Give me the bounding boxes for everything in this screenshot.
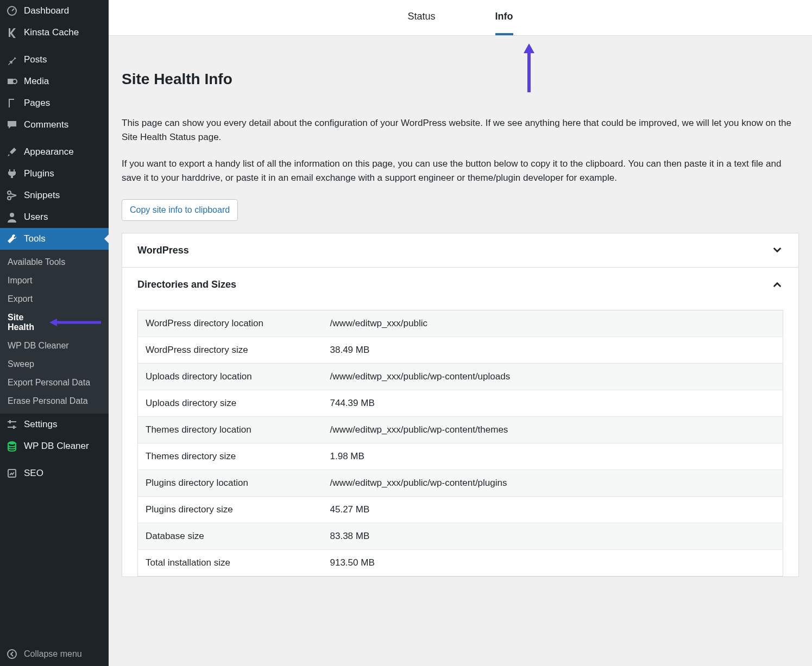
table-cell-label: WordPress directory size [138,337,323,364]
annotation-arrow-icon [523,43,536,92]
main-content: Status Info Site Health Info This page c… [109,0,812,666]
site-health-tabs: Status Info [109,0,812,36]
table-row: Plugins directory size45.27 MB [138,497,783,523]
table-cell-label: Themes directory location [138,417,323,443]
sidebar-item-tools[interactable]: Tools [0,228,109,250]
table-row: Themes directory location/www/editwp_xxx… [138,417,783,443]
annotation-arrow-icon [49,318,101,327]
accordion-wordpress-header[interactable]: WordPress [122,233,798,267]
table-cell-label: Plugins directory size [138,497,323,523]
table-row: Themes directory size1.98 MB [138,443,783,470]
accordion-directories-header[interactable]: Directories and Sizes [122,268,798,301]
sidebar-item-wp-db-cleaner[interactable]: WP DB Cleaner [0,435,109,457]
page-icon [7,98,17,109]
table-cell-value: 83.38 MB [323,523,783,550]
submenu-available-tools[interactable]: Available Tools [0,253,109,271]
table-row: Plugins directory location/www/editwp_xx… [138,470,783,497]
collapse-menu-button[interactable]: Collapse menu [0,642,109,666]
sidebar-item-pages[interactable]: Pages [0,92,109,114]
sidebar-item-dashboard[interactable]: Dashboard [0,0,109,22]
sidebar-item-label: Dashboard [24,5,69,16]
table-cell-value: /www/editwp_xxx/public/wp-content/upload… [323,364,783,390]
submenu-sweep[interactable]: Sweep [0,355,109,373]
media-icon [7,76,17,87]
table-cell-value: 744.39 MB [323,390,783,417]
sidebar-item-label: Posts [24,54,47,65]
svg-point-5 [8,191,11,194]
sidebar-item-media[interactable]: Media [0,71,109,92]
submenu-site-health[interactable]: Site Health [0,308,109,337]
svg-point-6 [8,196,11,200]
scissors-icon [7,190,17,201]
table-cell-value: /www/editwp_xxx/public/wp-content/themes [323,417,783,443]
sidebar-item-label: WP DB Cleaner [24,441,89,452]
svg-rect-11 [8,427,16,428]
sidebar-item-label: Snippets [24,190,60,201]
chevron-up-icon [771,278,783,290]
table-cell-value: /www/editwp_xxx/public/wp-content/plugin… [323,470,783,497]
dashboard-icon [7,5,17,16]
collapse-icon [7,649,17,659]
table-row: Uploads directory size744.39 MB [138,390,783,417]
table-cell-label: Uploads directory size [138,390,323,417]
sidebar-item-users[interactable]: Users [0,206,109,228]
tab-status[interactable]: Status [407,11,435,35]
svg-rect-10 [8,421,16,422]
wrench-icon [7,233,17,244]
submenu-export[interactable]: Export [0,290,109,308]
table-cell-value: 45.27 MB [323,497,783,523]
accordion-wordpress: WordPress [122,233,799,268]
brush-icon [7,147,17,157]
user-icon [7,212,17,223]
intro-paragraph: This page can show you every detail abou… [122,116,799,145]
svg-rect-4 [10,100,14,107]
sidebar-item-snippets[interactable]: Snippets [0,185,109,206]
sidebar-item-label: Media [24,76,49,87]
svg-rect-13 [13,426,15,429]
submenu-erase-personal[interactable]: Erase Personal Data [0,392,109,410]
pin-icon [7,54,17,65]
table-cell-label: Database size [138,523,323,550]
table-cell-value: /www/editwp_xxx/public [323,310,783,337]
copy-site-info-button[interactable]: Copy site info to clipboard [122,199,238,221]
intro-paragraph: If you want to export a handy list of al… [122,157,799,186]
sidebar-item-posts[interactable]: Posts [0,49,109,71]
sidebar-item-label: Settings [24,419,57,430]
sidebar-item-appearance[interactable]: Appearance [0,141,109,163]
collapse-label: Collapse menu [24,649,82,659]
sidebar-item-kinsta[interactable]: Kinsta Cache [0,22,109,43]
table-row: Uploads directory location/www/editwp_xx… [138,364,783,390]
sidebar-item-label: Comments [24,119,68,130]
submenu-export-personal[interactable]: Export Personal Data [0,373,109,392]
tools-submenu: Available Tools Import Export Site Healt… [0,250,109,414]
table-cell-value: 1.98 MB [323,443,783,470]
admin-sidebar: Dashboard Kinsta Cache Posts Media Pages… [0,0,109,666]
sidebar-item-seo[interactable]: SEO [0,462,109,484]
table-cell-label: Uploads directory location [138,364,323,390]
sidebar-item-comments[interactable]: Comments [0,114,109,136]
svg-marker-9 [49,319,57,326]
svg-point-2 [12,79,17,84]
table-row: WordPress directory size38.49 MB [138,337,783,364]
svg-rect-12 [9,420,11,423]
plug-icon [7,168,17,179]
table-cell-label: Plugins directory location [138,470,323,497]
submenu-import[interactable]: Import [0,271,109,290]
table-cell-label: Themes directory size [138,443,323,470]
seo-icon [7,468,17,479]
svg-point-14 [8,441,16,445]
submenu-wp-db-cleaner[interactable]: WP DB Cleaner [0,337,109,355]
tab-info[interactable]: Info [495,11,513,35]
sidebar-item-label: Plugins [24,168,54,179]
table-cell-value: 913.50 MB [323,550,783,576]
sidebar-item-label: Pages [24,98,50,109]
sidebar-item-settings[interactable]: Settings [0,414,109,435]
sidebar-item-label: Tools [24,233,46,244]
accordion-directories: Directories and Sizes WordPress director… [122,268,799,577]
svg-marker-18 [524,43,534,53]
sidebar-item-label: SEO [24,468,43,479]
accordion-title: WordPress [137,245,189,256]
kinsta-icon [7,27,17,38]
intro-text: This page can show you every detail abou… [122,116,799,185]
sidebar-item-plugins[interactable]: Plugins [0,163,109,185]
